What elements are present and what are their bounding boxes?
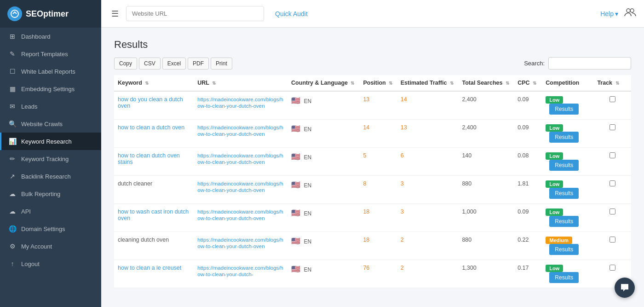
sidebar-item-keyword-tracking[interactable]: ✏Keyword Tracking: [0, 150, 101, 168]
keyword-link[interactable]: how do you clean a dutch oven: [118, 96, 183, 109]
results-button[interactable]: Results: [549, 216, 579, 227]
keyword-link[interactable]: how to clean a dutch oven: [118, 124, 184, 131]
table-row: cleaning dutch oven https://madeincookwa…: [114, 232, 631, 260]
sidebar-label-backlink-research: Backlink Research: [21, 173, 71, 180]
cell-position: 13: [359, 91, 397, 120]
cell-url: https://madeincookware.com/blogs/how-to-…: [194, 176, 288, 204]
chat-bubble[interactable]: [615, 278, 635, 298]
col-header-traffic: Estimated Traffic ⇅: [397, 75, 459, 91]
cell-competition: Low Results: [542, 176, 593, 204]
svg-point-2: [630, 9, 634, 12]
cell-url: https://madeincookware.com/blogs/how-to-…: [194, 120, 288, 148]
sidebar-logo: SEOptimer: [0, 0, 101, 28]
url-input[interactable]: [126, 6, 264, 21]
cell-cpc: 0.09: [514, 91, 542, 120]
track-checkbox[interactable]: [610, 96, 615, 102]
help-button[interactable]: Help ▾: [600, 10, 618, 17]
hamburger-button[interactable]: ☰: [109, 6, 121, 22]
keyword-link[interactable]: how to clean dutch oven stains: [118, 152, 180, 165]
track-checkbox[interactable]: [610, 124, 615, 130]
sidebar-label-domain-settings: Domain Settings: [21, 226, 65, 232]
results-button[interactable]: Results: [549, 188, 579, 199]
sidebar-item-dashboard[interactable]: ⊞Dashboard: [0, 28, 101, 45]
sidebar-label-keyword-research: Keyword Research: [21, 138, 72, 145]
sidebar-item-backlink-research[interactable]: ↗Backlink Research: [0, 168, 101, 185]
sidebar-item-domain-settings[interactable]: 🌐Domain Settings: [0, 220, 101, 237]
cell-track: [593, 120, 631, 148]
cell-country: 🇺🇸 EN: [288, 176, 359, 204]
export-btn-csv[interactable]: CSV: [139, 58, 161, 70]
sidebar: SEOptimer ⊞Dashboard✎Report Templates☐Wh…: [0, 0, 101, 307]
cell-position: 8: [359, 176, 397, 204]
track-checkbox[interactable]: [610, 209, 615, 214]
competition-badge: Low: [546, 152, 563, 160]
table-row: how do you clean a dutch oven https://ma…: [114, 91, 631, 120]
cell-traffic: 2: [397, 260, 459, 288]
export-btn-print[interactable]: Print: [211, 58, 232, 70]
sidebar-icon-bulk-reporting: ☁: [8, 190, 17, 197]
sidebar-item-website-crawls[interactable]: 🔍Website Crawls: [0, 115, 101, 133]
traffic-value: 3: [401, 209, 404, 215]
cell-competition: Low Results: [542, 260, 593, 288]
sort-icon-url: ⇅: [212, 81, 216, 86]
cell-position: 76: [359, 260, 397, 288]
sort-icon-position: ⇅: [389, 81, 392, 86]
competition-badge: Low: [546, 265, 563, 272]
cell-traffic: 13: [397, 120, 459, 148]
quick-audit-button[interactable]: Quick Audit: [269, 6, 314, 21]
results-button[interactable]: Results: [549, 132, 579, 143]
track-checkbox[interactable]: [610, 152, 615, 158]
sidebar-icon-domain-settings: 🌐: [8, 225, 17, 232]
cell-country: 🇺🇸 EN: [288, 204, 359, 232]
traffic-value: 2: [401, 265, 404, 271]
traffic-value: 14: [401, 96, 407, 103]
keyword-link[interactable]: how to clean a le creuset: [118, 265, 181, 271]
track-checkbox[interactable]: [610, 180, 615, 186]
track-checkbox[interactable]: [610, 237, 615, 243]
sidebar-item-leads[interactable]: ✉Leads: [0, 98, 101, 115]
sidebar-label-logout: Logout: [21, 261, 40, 267]
sidebar-label-report-templates: Report Templates: [21, 51, 68, 58]
url-text: https://madeincookware.com/blogs/how-to-…: [197, 125, 283, 137]
sidebar-item-keyword-research[interactable]: 📊Keyword Research: [0, 133, 101, 150]
traffic-value: 2: [401, 237, 404, 243]
url-text: https://madeincookware.com/blogs/how-to-…: [197, 97, 283, 109]
results-button[interactable]: Results: [549, 104, 579, 115]
keyword-link[interactable]: how to wash cast iron dutch oven: [118, 209, 189, 221]
position-value: 5: [363, 152, 366, 159]
results-button[interactable]: Results: [549, 160, 579, 171]
sidebar-item-embedding-settings[interactable]: ▦Embedding Settings: [0, 80, 101, 98]
sidebar-item-bulk-reporting[interactable]: ☁Bulk Reporting: [0, 185, 101, 203]
col-header-cpc: CPC ⇅: [514, 75, 542, 91]
cell-competition: Low Results: [542, 204, 593, 232]
track-checkbox[interactable]: [610, 265, 615, 271]
cell-position: 14: [359, 120, 397, 148]
export-buttons: CopyCSVExcelPDFPrint: [114, 58, 232, 70]
flag-icon: 🇺🇸: [291, 209, 300, 217]
sidebar-icon-report-templates: ✎: [8, 50, 17, 58]
cell-cpc: 0.09: [514, 120, 542, 148]
sidebar-icon-leads: ✉: [8, 103, 17, 110]
cell-cpc: 0.08: [514, 148, 542, 176]
sort-icon-searches: ⇅: [506, 81, 509, 86]
search-label: Search:: [524, 60, 545, 67]
lang-text: EN: [304, 266, 312, 273]
users-icon[interactable]: [624, 6, 637, 21]
sidebar-item-api[interactable]: ☁API: [0, 203, 101, 220]
sidebar-item-report-templates[interactable]: ✎Report Templates: [0, 45, 101, 63]
search-input[interactable]: [548, 57, 631, 70]
results-button[interactable]: Results: [549, 244, 579, 255]
flag-icon: 🇺🇸: [291, 153, 300, 161]
sidebar-item-logout[interactable]: ↑Logout: [0, 255, 101, 272]
sidebar-item-white-label-reports[interactable]: ☐White Label Reports: [0, 63, 101, 80]
export-btn-excel[interactable]: Excel: [162, 58, 186, 70]
sidebar-icon-dashboard: ⊞: [8, 33, 17, 40]
sidebar-item-my-account[interactable]: ⚙My Account: [0, 237, 101, 255]
results-button[interactable]: Results: [549, 272, 579, 283]
keyword-text: dutch cleaner: [118, 180, 152, 187]
sidebar-label-bulk-reporting: Bulk Reporting: [21, 191, 60, 197]
export-btn-pdf[interactable]: PDF: [188, 58, 209, 70]
export-btn-copy[interactable]: Copy: [114, 58, 137, 70]
sidebar-icon-white-label-reports: ☐: [8, 68, 17, 75]
cell-track: [593, 232, 631, 260]
